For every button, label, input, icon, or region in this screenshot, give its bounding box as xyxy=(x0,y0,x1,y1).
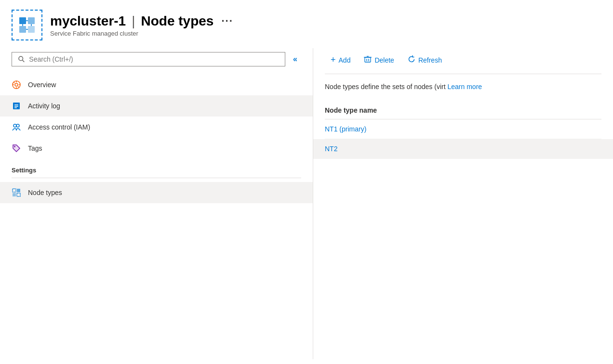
table-column-header: Node type name xyxy=(325,102,601,119)
header-text-block: mycluster-1 | Node types ··· Service Fab… xyxy=(50,13,233,37)
search-box[interactable] xyxy=(12,52,285,66)
svg-point-20 xyxy=(13,124,16,127)
svg-rect-18 xyxy=(14,106,18,107)
page-section-name: Node types xyxy=(141,13,213,29)
sidebar-item-iam-label: Access control (IAM) xyxy=(28,123,90,131)
svg-rect-19 xyxy=(14,107,17,108)
node-types-table: Node type name NT1 (primary) NT2 xyxy=(325,102,601,159)
title-pipe: | xyxy=(132,13,135,29)
svg-rect-3 xyxy=(28,26,35,33)
page-header: mycluster-1 | Node types ··· Service Fab… xyxy=(0,0,613,48)
refresh-label: Refresh xyxy=(418,56,442,64)
description-text: Node types define the sets of nodes (vir… xyxy=(325,83,446,91)
tags-icon xyxy=(12,143,21,153)
sidebar-item-node-types-label: Node types xyxy=(28,189,62,196)
svg-point-21 xyxy=(16,124,19,127)
svg-line-9 xyxy=(23,60,25,62)
sidebar-item-activity-log-label: Activity log xyxy=(28,102,60,110)
sidebar-item-iam[interactable]: Access control (IAM) xyxy=(0,117,313,138)
sidebar-item-node-types[interactable]: Node types xyxy=(0,182,313,203)
add-button[interactable]: + Add xyxy=(325,52,356,68)
activity-log-icon xyxy=(12,101,21,111)
delete-icon xyxy=(364,55,372,65)
svg-point-11 xyxy=(15,83,18,86)
svg-rect-23 xyxy=(13,189,16,192)
svg-rect-2 xyxy=(19,26,26,33)
iam-icon xyxy=(12,122,21,132)
search-container: « xyxy=(0,48,313,74)
svg-rect-24 xyxy=(17,189,20,192)
delete-label: Delete xyxy=(374,56,394,64)
svg-point-8 xyxy=(19,56,23,61)
sidebar-item-activity-log[interactable]: Activity log xyxy=(0,95,313,117)
svg-point-22 xyxy=(14,146,15,147)
sidebar-item-overview[interactable]: Overview xyxy=(0,74,313,95)
section-divider xyxy=(12,178,301,178)
page-title: mycluster-1 | Node types ··· xyxy=(50,13,233,29)
delete-button[interactable]: Delete xyxy=(358,52,400,68)
svg-rect-0 xyxy=(19,17,26,24)
search-input[interactable] xyxy=(29,55,279,63)
sidebar-item-overview-label: Overview xyxy=(28,81,56,89)
add-icon: + xyxy=(331,55,336,65)
svg-rect-27 xyxy=(365,57,371,62)
more-options-button[interactable]: ··· xyxy=(221,15,233,27)
node-type-link-nt2[interactable]: NT2 xyxy=(325,145,337,153)
node-types-icon xyxy=(12,188,21,197)
overview-icon xyxy=(12,80,21,90)
description-block: Node types define the sets of nodes (vir… xyxy=(325,82,601,92)
search-icon xyxy=(18,55,25,63)
content-area: + Add Delete xyxy=(313,48,613,359)
main-layout: « Overview xyxy=(0,48,613,359)
svg-rect-17 xyxy=(14,104,18,105)
sidebar-item-tags-label: Tags xyxy=(28,144,42,152)
collapse-sidebar-button[interactable]: « xyxy=(289,53,301,65)
table-row: NT1 (primary) xyxy=(325,119,601,139)
resource-subtitle: Service Fabric managed cluster xyxy=(50,30,233,37)
svg-rect-26 xyxy=(17,193,20,196)
settings-section-label: Settings xyxy=(0,159,313,178)
refresh-button[interactable]: Refresh xyxy=(402,52,448,68)
sidebar-item-tags[interactable]: Tags xyxy=(0,138,313,159)
svg-rect-1 xyxy=(28,17,35,24)
refresh-icon xyxy=(408,55,415,65)
node-type-link-nt1[interactable]: NT1 (primary) xyxy=(325,125,366,133)
add-label: Add xyxy=(339,56,351,64)
cluster-name: mycluster-1 xyxy=(50,13,126,29)
resource-icon xyxy=(12,10,42,40)
service-fabric-icon xyxy=(17,15,37,35)
learn-more-link[interactable]: Learn more xyxy=(447,83,482,91)
table-row: NT2 xyxy=(313,139,613,159)
sidebar: « Overview xyxy=(0,48,313,359)
svg-rect-25 xyxy=(13,193,16,196)
toolbar: + Add Delete xyxy=(325,48,601,74)
